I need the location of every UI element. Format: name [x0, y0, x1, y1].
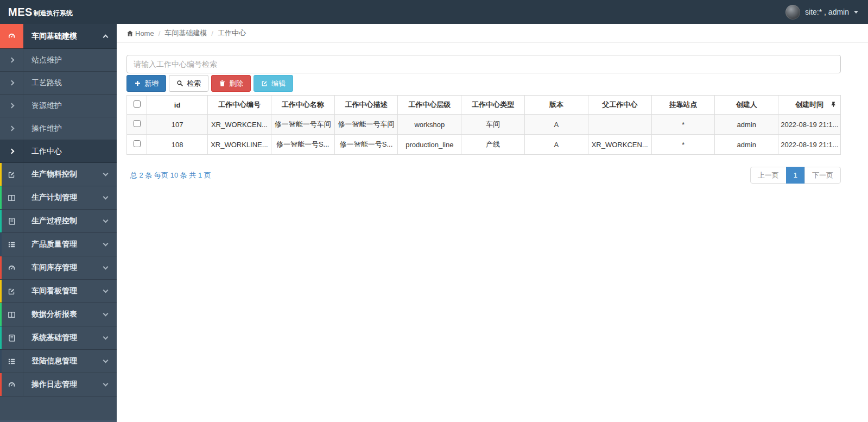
- column-header-parent: 父工作中心: [588, 96, 651, 115]
- sidebar-item-label: 生产计划管理: [31, 193, 77, 203]
- chevron-down-icon: [103, 194, 109, 199]
- column-header-code: 工作中心编号: [208, 96, 271, 115]
- user-name: site:* , admin: [805, 8, 849, 16]
- breadcrumb-separator: /: [159, 29, 161, 37]
- list-icon: [0, 233, 23, 256]
- breadcrumb-current: 工作中心: [218, 28, 246, 38]
- sidebar-item-quality-management[interactable]: 产品质量管理: [0, 233, 117, 256]
- column-header-label: 创建时间: [795, 100, 823, 109]
- search-icon: [176, 80, 183, 87]
- chevron-right-icon: [0, 140, 23, 162]
- sidebar-item-system-management[interactable]: 系统基础管理: [0, 326, 117, 350]
- column-header-type: 工作中心类型: [461, 96, 525, 115]
- table-header-row: id 工作中心编号 工作中心名称 工作中心描述 工作中心层级 工作中心类型 版本…: [127, 96, 841, 115]
- chevron-down-icon: [103, 311, 109, 316]
- plus-icon: [134, 80, 141, 87]
- prev-page-button[interactable]: 上一页: [750, 167, 787, 184]
- sidebar-item-label: 操作日志管理: [31, 380, 77, 389]
- add-button-label: 新增: [144, 79, 159, 89]
- sidebar-item-work-center[interactable]: 工作中心: [0, 140, 117, 163]
- sidebar-item-label: 生产物料控制: [31, 169, 77, 179]
- chevron-down-icon: [103, 357, 109, 363]
- chevron-down-icon: [103, 334, 109, 339]
- sidebar-item-label: 车间库存管理: [31, 263, 77, 273]
- sidebar-item-workshop-modeling[interactable]: 车间基础建模: [0, 24, 117, 49]
- user-menu[interactable]: site:* , admin: [776, 0, 868, 24]
- sidebar-item-label: 系统基础管理: [31, 333, 77, 343]
- sidebar-item-plan-management[interactable]: 生产计划管理: [0, 186, 117, 210]
- chevron-right-icon: [0, 72, 23, 94]
- sidebar-item-label: 站点维护: [31, 55, 62, 65]
- sidebar-item-analytics-reports[interactable]: 数据分析报表: [0, 303, 117, 326]
- pin-icon[interactable]: [831, 101, 837, 109]
- breadcrumb-separator: /: [211, 29, 213, 37]
- sidebar-item-process-control[interactable]: 生产过程控制: [0, 210, 117, 233]
- sidebar-item-label: 车间基础建模: [31, 32, 77, 41]
- sidebar-item-login-info-management[interactable]: 登陆信息管理: [0, 350, 117, 373]
- search-button[interactable]: 检索: [169, 75, 208, 92]
- row-checkbox[interactable]: [134, 120, 141, 127]
- column-header-name: 工作中心名称: [271, 96, 334, 115]
- table-row[interactable]: 107 XR_WORKCEN... 修一智能一号车间 修一智能一号车间 work…: [127, 115, 841, 135]
- book-icon: [0, 326, 23, 349]
- row-select-cell: [127, 115, 147, 135]
- row-checkbox[interactable]: [134, 140, 141, 147]
- brand-rest: 制造执行系统: [34, 9, 73, 18]
- chevron-right-icon: [0, 117, 23, 140]
- sidebar-item-label: 资源维护: [31, 101, 62, 111]
- cell-station: *: [651, 135, 715, 155]
- page-body: 新增 检索 删除 编辑: [117, 43, 868, 184]
- chevron-down-icon: [103, 264, 109, 269]
- cell-type: 产线: [461, 135, 525, 155]
- cell-description: 修一智能一号S...: [334, 135, 398, 155]
- chevron-down-icon: [103, 241, 109, 246]
- select-all-cell: [127, 96, 147, 115]
- work-center-search-input[interactable]: [126, 55, 841, 73]
- chevron-right-icon: [0, 49, 23, 71]
- sidebar-item-operation-log-management[interactable]: 操作日志管理: [0, 373, 117, 396]
- edit-button[interactable]: 编辑: [254, 75, 293, 92]
- toolbar: 新增 检索 删除 编辑: [126, 75, 841, 92]
- sidebar-item-inventory-management[interactable]: 车间库存管理: [0, 256, 117, 280]
- column-header-level: 工作中心层级: [398, 96, 461, 115]
- cell-code: XR_WORKLINE...: [208, 135, 271, 155]
- sidebar-item-resource-maintenance[interactable]: 资源维护: [0, 95, 117, 117]
- book-icon: [0, 210, 23, 232]
- app-logo[interactable]: MES 制造执行系统: [0, 0, 117, 24]
- gauge-icon: [0, 256, 23, 279]
- list-icon: [0, 350, 23, 373]
- home-icon: [126, 30, 134, 37]
- cell-parent: [588, 115, 651, 135]
- sidebar-item-label: 工艺路线: [31, 78, 62, 88]
- row-select-cell: [127, 135, 147, 155]
- gauge-icon: [0, 24, 23, 48]
- table-row[interactable]: 108 XR_WORKLINE... 修一智能一号S... 修一智能一号S...…: [127, 135, 841, 155]
- sidebar-item-operation-maintenance[interactable]: 操作维护: [0, 117, 117, 140]
- column-header-station: 挂靠站点: [651, 96, 715, 115]
- chevron-right-icon: [0, 95, 23, 117]
- column-header-description: 工作中心描述: [334, 96, 398, 115]
- cell-creator: admin: [715, 135, 778, 155]
- sidebar-item-label: 操作维护: [31, 124, 62, 134]
- caret-down-icon: [854, 11, 858, 14]
- cell-description: 修一智能一号车间: [334, 115, 398, 135]
- breadcrumb-home-label: Home: [135, 29, 154, 37]
- edit-button-label: 编辑: [271, 79, 286, 89]
- chevron-down-icon: [103, 217, 109, 223]
- sidebar-item-kanban-management[interactable]: 车间看板管理: [0, 280, 117, 303]
- select-all-checkbox[interactable]: [134, 100, 141, 108]
- pagination-bar: 总 2 条 每页 10 条 共 1 页 上一页 1 下一页: [126, 167, 841, 184]
- sidebar: 车间基础建模 站点维护 工艺路线 资源维护 操作维护 工作中心 生产物料控制 生…: [0, 24, 117, 422]
- breadcrumb-level1-link[interactable]: 车间基础建模: [164, 28, 207, 38]
- next-page-button[interactable]: 下一页: [804, 167, 841, 184]
- delete-button[interactable]: 删除: [211, 75, 251, 92]
- breadcrumb-home-link[interactable]: Home: [126, 29, 154, 37]
- sidebar-item-station-maintenance[interactable]: 站点维护: [0, 49, 117, 72]
- sidebar-item-material-control[interactable]: 生产物料控制: [0, 163, 117, 186]
- sidebar-item-label: 登陆信息管理: [31, 356, 77, 366]
- add-button[interactable]: 新增: [126, 75, 166, 92]
- page-1-button[interactable]: 1: [786, 167, 805, 184]
- column-header-creator: 创建人: [715, 96, 778, 115]
- sidebar-item-process-route[interactable]: 工艺路线: [0, 72, 117, 95]
- cell-code: XR_WORKCEN...: [208, 115, 271, 135]
